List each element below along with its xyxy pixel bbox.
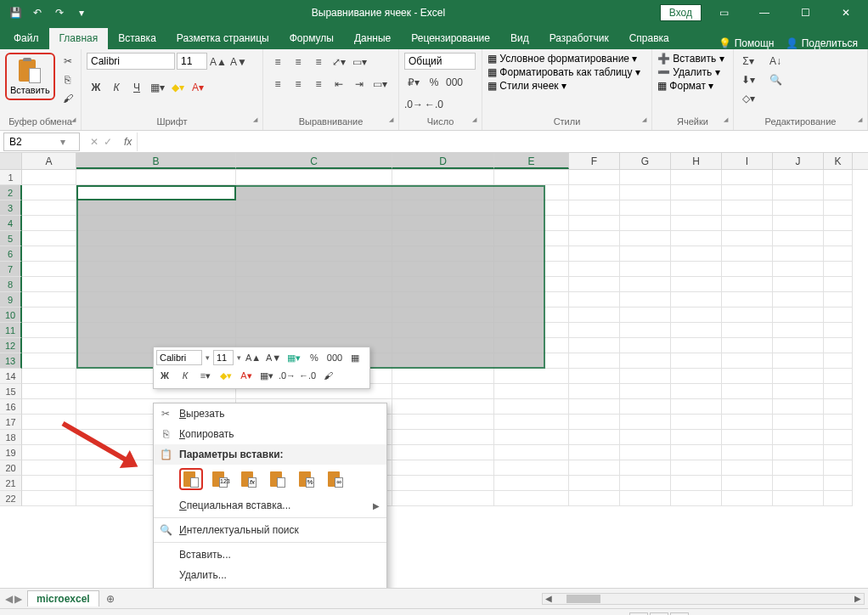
sort-filter-icon[interactable]: A↓ [766,53,785,70]
column-header-C[interactable]: C [236,153,392,169]
row-header-3[interactable]: 3 [0,200,22,216]
cell[interactable] [76,170,236,185]
cell[interactable] [494,430,569,445]
cell[interactable] [22,369,76,384]
cell[interactable] [722,430,773,445]
cell[interactable] [22,399,76,415]
cell[interactable] [722,445,773,460]
cell[interactable] [773,415,824,430]
cell[interactable] [392,170,494,185]
cell[interactable] [620,445,671,460]
row-header-8[interactable]: 8 [0,277,22,292]
cell[interactable] [620,292,671,308]
increase-decimal-icon[interactable]: .0→ [404,95,423,114]
tab-insert[interactable]: Вставка [108,28,166,49]
normal-view-icon[interactable]: ▦ [629,612,648,616]
decrease-indent-icon[interactable]: ⇤ [330,75,348,93]
mini-font-input[interactable] [156,350,202,365]
decrease-decimal-icon[interactable]: ←.0 [425,95,443,114]
cell[interactable] [671,262,722,277]
cell[interactable] [494,369,569,384]
row-header-12[interactable]: 12 [0,338,22,353]
cancel-formula-icon[interactable]: ✕ [90,136,99,148]
cell[interactable] [671,200,722,216]
percent-icon[interactable]: % [425,73,443,92]
paste-option-formulas[interactable]: fx [237,468,261,490]
cell[interactable] [773,476,824,491]
cell[interactable] [22,338,76,353]
cell[interactable] [22,185,76,200]
cell[interactable] [722,308,773,323]
ctx-copy[interactable]: ⎘Копировать [154,424,386,444]
undo-icon[interactable]: ↶ [27,3,48,23]
cell[interactable] [569,231,620,246]
row-header-13[interactable]: 13 [0,353,22,369]
cell[interactable] [824,170,853,185]
cell[interactable] [494,399,569,415]
find-select-icon[interactable]: 🔍 [766,71,785,88]
cell[interactable] [494,445,569,460]
format-painter-icon[interactable]: 🖌 [59,90,77,107]
cell[interactable] [722,460,773,476]
increase-indent-icon[interactable]: ⇥ [350,75,369,93]
merge-icon[interactable]: ▭▾ [370,75,389,93]
cell[interactable] [22,200,76,216]
formula-input[interactable] [137,133,868,151]
cell[interactable] [671,491,722,506]
decrease-font-icon[interactable]: A▼ [229,53,248,71]
cell[interactable] [722,491,773,506]
cell[interactable] [671,399,722,415]
cell[interactable] [494,476,569,491]
cell[interactable] [620,262,671,277]
cell[interactable] [671,185,722,200]
cell[interactable] [722,185,773,200]
row-header-6[interactable]: 6 [0,246,22,262]
format-cells-button[interactable]: ▦ Формат ▾ [657,80,728,92]
row-header-21[interactable]: 21 [0,476,22,491]
font-name-input[interactable] [87,53,175,70]
cell[interactable] [569,491,620,506]
mini-borders-icon[interactable]: ▦▾ [258,368,275,383]
font-size-input[interactable] [177,53,207,70]
wrap-text-icon[interactable]: ▭▾ [350,53,369,71]
cut-icon[interactable]: ✂ [59,53,77,70]
cell[interactable] [722,415,773,430]
paste-option-link[interactable]: ∞ [324,468,347,490]
row-header-18[interactable]: 18 [0,430,22,445]
cell[interactable] [392,430,494,445]
name-box[interactable]: ▾ [3,133,80,151]
bold-icon[interactable]: Ж [87,78,105,97]
row-header-22[interactable]: 22 [0,491,22,506]
cell[interactable] [773,399,824,415]
tab-review[interactable]: Рецензирование [401,28,500,49]
redo-icon[interactable]: ↷ [49,3,70,23]
cell[interactable] [722,246,773,262]
cell[interactable] [773,445,824,460]
cell[interactable] [824,292,853,308]
cell[interactable] [722,216,773,231]
cell[interactable] [392,369,494,384]
cell[interactable] [671,231,722,246]
cell[interactable] [392,415,494,430]
cell[interactable] [236,170,392,185]
cell[interactable] [620,353,671,369]
cell[interactable] [620,384,671,399]
new-sheet-button[interactable]: ⊕ [99,593,121,605]
increase-font-icon[interactable]: A▲ [209,53,228,71]
tab-formulas[interactable]: Формулы [279,28,344,49]
cell[interactable] [824,262,853,277]
cell[interactable] [824,323,853,338]
mini-inc-decimal-icon[interactable]: .0→ [279,368,296,383]
column-header-I[interactable]: I [722,153,773,169]
cell[interactable] [722,399,773,415]
cell[interactable] [22,384,76,399]
cell[interactable] [824,231,853,246]
column-header-E[interactable]: E [494,153,569,169]
borders-icon[interactable]: ▦▾ [148,78,166,97]
select-all-corner[interactable] [0,153,22,169]
mini-comma-icon[interactable]: 000 [326,350,343,365]
cell[interactable] [620,430,671,445]
tab-page-layout[interactable]: Разметка страницы [166,28,279,49]
cell[interactable] [824,353,853,369]
cell[interactable] [824,415,853,430]
